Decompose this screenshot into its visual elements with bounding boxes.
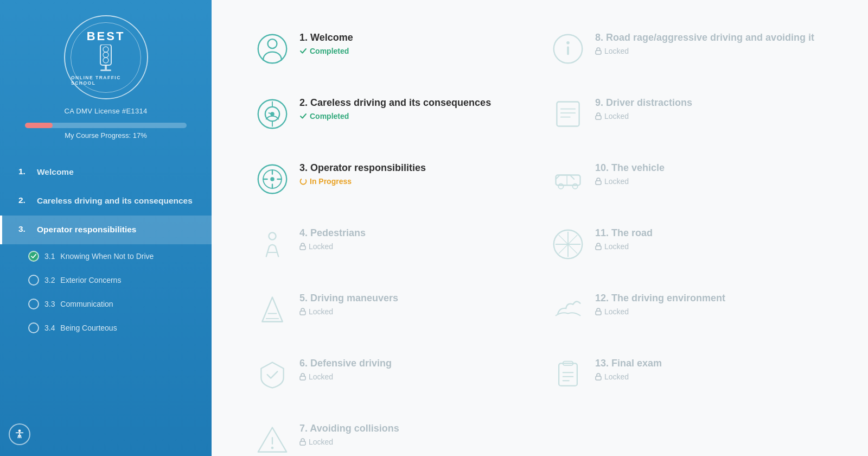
svg-point-9: [566, 41, 570, 45]
course-item-5[interactable]: 5. Driving maneuvers Locked: [244, 277, 540, 342]
lock-icon-10: [595, 178, 602, 185]
sidebar-item-operator[interactable]: 3. Operator responsibilities: [0, 216, 212, 244]
course-title-8: 8. Road rage/aggressive driving and avoi…: [595, 31, 825, 44]
svg-point-30: [301, 179, 307, 185]
course-item-9[interactable]: 9. Driver distractions Locked: [540, 81, 835, 147]
svg-rect-18: [557, 102, 579, 126]
progress-label: My Course Progress: 17%: [25, 131, 187, 140]
sub-label-3-4: 3.4 Being Courteous: [44, 324, 117, 332]
courses-grid: 1. Welcome Completed 8. Road rage/aggres…: [212, 0, 868, 456]
logo-circle: BEST ONLINE TRAFFIC SCHOOL: [64, 15, 148, 99]
sub-label-3-1: 3.1 Knowing When Not to Drive: [44, 252, 154, 261]
course-item-8[interactable]: 8. Road rage/aggressive driving and avoi…: [540, 16, 835, 81]
progress-area: My Course Progress: 17%: [25, 123, 187, 140]
course-icon-13: [551, 357, 585, 392]
course-info-8: 8. Road rage/aggressive driving and avoi…: [595, 31, 825, 55]
status-locked-11: Locked: [595, 242, 825, 251]
svg-rect-50: [300, 376, 305, 380]
progress-bar-fill: [25, 123, 53, 128]
lock-icon-12: [595, 308, 602, 315]
sidebar: BEST ONLINE TRAFFIC SCHOOL CA DMV Licens…: [0, 0, 212, 456]
status-locked-7: Locked: [299, 438, 529, 446]
status-locked-5: Locked: [299, 307, 529, 316]
course-icon-2: [255, 97, 290, 131]
license-text: CA DMV License #E1314: [65, 107, 148, 115]
status-locked-9: Locked: [595, 112, 825, 121]
course-icon-7: [255, 422, 290, 456]
sidebar-nav: 1. Welcome 2. Careless driving and its c…: [0, 158, 212, 340]
sidebar-item-careless[interactable]: 2. Careless driving and its consequences: [0, 187, 212, 216]
course-item-1[interactable]: 1. Welcome Completed: [244, 16, 540, 81]
svg-rect-10: [567, 46, 569, 55]
sub-item-3-3[interactable]: 3.3 Communication: [0, 292, 212, 316]
course-item-6[interactable]: 6. Defensive driving Locked: [244, 342, 540, 407]
lock-icon-5: [299, 308, 306, 315]
status-completed-1: Completed: [299, 47, 529, 55]
sub-check-empty-3-4: [28, 322, 39, 333]
status-label-10: Locked: [604, 177, 629, 186]
status-label-8: Locked: [604, 47, 629, 55]
course-title-12: 12. The driving environment: [595, 292, 825, 305]
sub-item-3-4[interactable]: 3.4 Being Courteous: [0, 316, 212, 340]
course-title-4: 4. Pedestrians: [299, 227, 529, 239]
svg-point-36: [269, 232, 276, 239]
lock-icon-13: [595, 373, 602, 381]
svg-rect-38: [300, 246, 305, 250]
status-locked-10: Locked: [595, 177, 825, 186]
status-label-5: Locked: [309, 307, 333, 316]
logo-inner-circle: BEST ONLINE TRAFFIC SCHOOL: [71, 22, 141, 93]
course-item-13[interactable]: 13. Final exam Locked: [540, 342, 835, 407]
main-content: 1. Welcome Completed 8. Road rage/aggres…: [212, 0, 868, 456]
sub-nav: 3.1 Knowing When Not to Drive 3.2 Exteri…: [0, 244, 212, 340]
progress-bar-bg: [25, 123, 187, 128]
svg-point-61: [18, 429, 21, 432]
status-label-2: Completed: [310, 112, 349, 121]
course-item-10[interactable]: 10. The vehicle Locked: [540, 147, 835, 212]
course-info-12: 12. The driving environment Locked: [595, 292, 825, 316]
sub-item-3-2[interactable]: 3.2 Exterior Concerns: [0, 268, 212, 292]
course-info-9: 9. Driver distractions Locked: [595, 97, 825, 121]
sub-check-3-1: [28, 251, 39, 262]
sub-item-3-1[interactable]: 3.1 Knowing When Not to Drive: [0, 244, 212, 268]
course-title-3: 3. Operator responsibilities: [299, 162, 529, 174]
svg-rect-11: [596, 50, 601, 54]
lock-icon-11: [595, 243, 602, 250]
course-item-7[interactable]: 7. Avoiding collisions Locked: [244, 407, 540, 456]
status-label-6: Locked: [309, 372, 333, 381]
nav-label-2: Careless driving and its consequences: [37, 195, 195, 207]
traffic-light-icon: [96, 45, 116, 73]
svg-rect-22: [596, 116, 601, 119]
course-item-4[interactable]: 4. Pedestrians Locked: [244, 212, 540, 277]
sub-check-empty-3-2: [28, 275, 39, 286]
svg-rect-56: [596, 376, 601, 380]
svg-point-2: [103, 52, 108, 58]
course-icon-4: [255, 227, 290, 262]
svg-point-33: [572, 183, 577, 188]
lock-icon-6: [299, 373, 306, 381]
nav-num-3: 3.: [18, 224, 30, 234]
course-item-11[interactable]: 11. The road Locked: [540, 212, 835, 277]
logo-area: BEST ONLINE TRAFFIC SCHOOL CA DMV Licens…: [0, 0, 212, 158]
sidebar-item-welcome[interactable]: 1. Welcome: [0, 158, 212, 187]
course-title-5: 5. Driving maneuvers: [299, 292, 529, 305]
course-info-11: 11. The road Locked: [595, 227, 825, 251]
status-label-12: Locked: [604, 307, 629, 316]
status-locked-8: Locked: [595, 47, 825, 55]
accessibility-button[interactable]: [9, 423, 30, 445]
status-label-9: Locked: [604, 112, 629, 121]
course-item-2[interactable]: 2. Careless driving and its consequences…: [244, 81, 540, 147]
status-completed-2: Completed: [299, 112, 529, 121]
spinner-icon-3: [299, 178, 307, 185]
svg-rect-35: [596, 181, 601, 185]
status-label-4: Locked: [309, 242, 333, 251]
status-in-progress-3: In Progress: [299, 177, 529, 186]
course-item-3[interactable]: 3. Operator responsibilities In Progress: [244, 147, 540, 212]
course-info-7: 7. Avoiding collisions Locked: [299, 422, 529, 446]
svg-rect-4: [105, 65, 107, 69]
course-icon-8: [551, 31, 585, 66]
course-icon-11: [551, 227, 585, 262]
svg-rect-48: [300, 311, 305, 315]
lock-icon-4: [299, 243, 306, 250]
logo-arc-text: ONLINE TRAFFIC SCHOOL: [71, 75, 141, 86]
course-item-12[interactable]: 12. The driving environment Locked: [540, 277, 835, 342]
